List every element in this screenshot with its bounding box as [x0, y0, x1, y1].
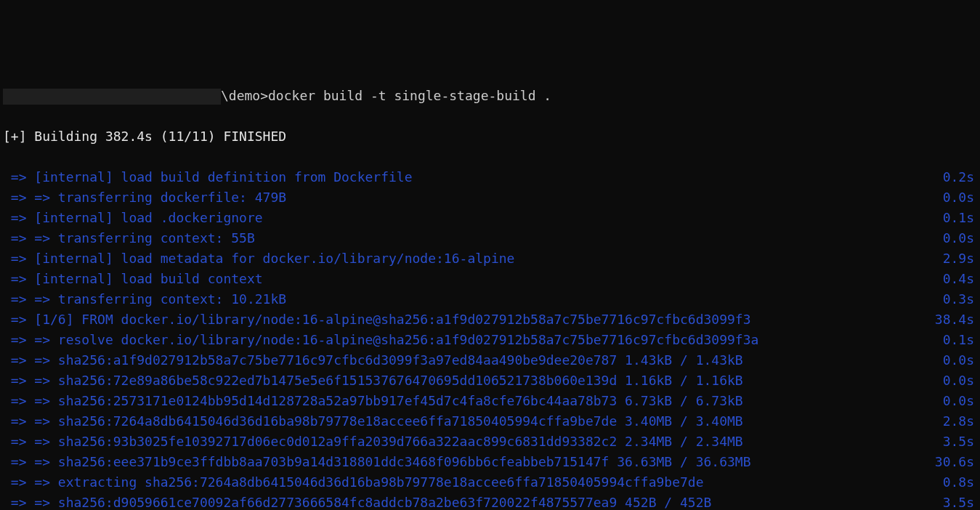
- output-time: 0.2s: [943, 167, 974, 187]
- output-time: 0.0s: [943, 228, 974, 248]
- output-time: 0.8s: [943, 472, 974, 493]
- output-line: => => transferring dockerfile: 479B0.0s: [0, 187, 980, 208]
- output-time: 0.0s: [943, 187, 974, 208]
- output-line: => => sha256:7264a8db6415046d36d16ba98b7…: [0, 411, 980, 432]
- output-line: => => sha256:d9059661ce70092af66d2773666…: [0, 493, 980, 510]
- output-time: 2.8s: [943, 411, 974, 432]
- output-time: 0.0s: [943, 391, 974, 411]
- output-time: 0.3s: [943, 289, 974, 309]
- output-text: => => resolve docker.io/library/node:16-…: [3, 330, 758, 350]
- output-time: 2.9s: [943, 248, 974, 269]
- output-text: => => sha256:72e89a86be58c922ed7b1475e5e…: [3, 371, 743, 391]
- output-text: => => transferring context: 10.21kB: [3, 289, 286, 309]
- output-time: 0.0s: [943, 371, 974, 391]
- output-line: => [internal] load metadata for docker.i…: [0, 248, 980, 269]
- redacted-path: [3, 89, 221, 105]
- output-line: => => transferring context: 10.21kB0.3s: [0, 289, 980, 309]
- output-text: => => sha256:d9059661ce70092af66d2773666…: [3, 493, 711, 510]
- output-time: 38.4s: [935, 309, 974, 330]
- output-line: => [1/6] FROM docker.io/library/node:16-…: [0, 309, 980, 330]
- output-line: => [internal] load .dockerignore0.1s: [0, 208, 980, 228]
- status-text: [+] Building 382.4s (11/11) FINISHED: [3, 126, 286, 147]
- output-time: 0.4s: [943, 269, 974, 289]
- output-line: => => sha256:72e89a86be58c922ed7b1475e5e…: [0, 371, 980, 391]
- output-text: => [1/6] FROM docker.io/library/node:16-…: [3, 309, 751, 330]
- output-line: => => transferring context: 55B0.0s: [0, 228, 980, 248]
- output-text: => [internal] load metadata for docker.i…: [3, 248, 514, 269]
- output-text: => => sha256:a1f9d027912b58a7c75be7716c9…: [3, 350, 743, 371]
- output-text: => [internal] load build context: [3, 269, 263, 289]
- output-time: 0.1s: [943, 208, 974, 228]
- output-time: 3.5s: [943, 493, 974, 510]
- output-text: => => sha256:7264a8db6415046d36d16ba98b7…: [3, 411, 743, 432]
- output-time: 30.6s: [935, 452, 974, 472]
- output-line: => => sha256:a1f9d027912b58a7c75be7716c9…: [0, 350, 980, 371]
- output-text: => [internal] load .dockerignore: [3, 208, 263, 228]
- output-time: 3.5s: [943, 432, 974, 452]
- output-line: => [internal] load build context0.4s: [0, 269, 980, 289]
- output-text: => => sha256:eee371b9ce3ffdbb8aa703b9a14…: [3, 452, 751, 472]
- output-line: => => resolve docker.io/library/node:16-…: [0, 330, 980, 350]
- output-line: => [internal] load build definition from…: [0, 167, 980, 187]
- output-time: 0.1s: [943, 330, 974, 350]
- output-text: => => transferring dockerfile: 479B: [3, 187, 286, 208]
- output-text: => => transferring context: 55B: [3, 228, 255, 248]
- build-output: => [internal] load build definition from…: [0, 167, 980, 510]
- output-line: => => sha256:2573171e0124bb95d14d128728a…: [0, 391, 980, 411]
- output-text: => [internal] load build definition from…: [3, 167, 413, 187]
- build-status-line: [+] Building 382.4s (11/11) FINISHED: [0, 126, 980, 147]
- output-text: => => sha256:2573171e0124bb95d14d128728a…: [3, 391, 743, 411]
- command-line[interactable]: \demo>docker build -t single-stage-build…: [0, 86, 980, 106]
- output-time: 0.0s: [943, 350, 974, 371]
- output-line: => => sha256:93b3025fe10392717d06ec0d012…: [0, 432, 980, 452]
- output-text: => => sha256:93b3025fe10392717d06ec0d012…: [3, 432, 743, 452]
- prompt-suffix: \demo>: [221, 88, 268, 103]
- command-text: docker build -t single-stage-build .: [268, 88, 551, 103]
- output-text: => => extracting sha256:7264a8db6415046d…: [3, 472, 704, 493]
- output-line: => => extracting sha256:7264a8db6415046d…: [0, 472, 980, 493]
- output-line: => => sha256:eee371b9ce3ffdbb8aa703b9a14…: [0, 452, 980, 472]
